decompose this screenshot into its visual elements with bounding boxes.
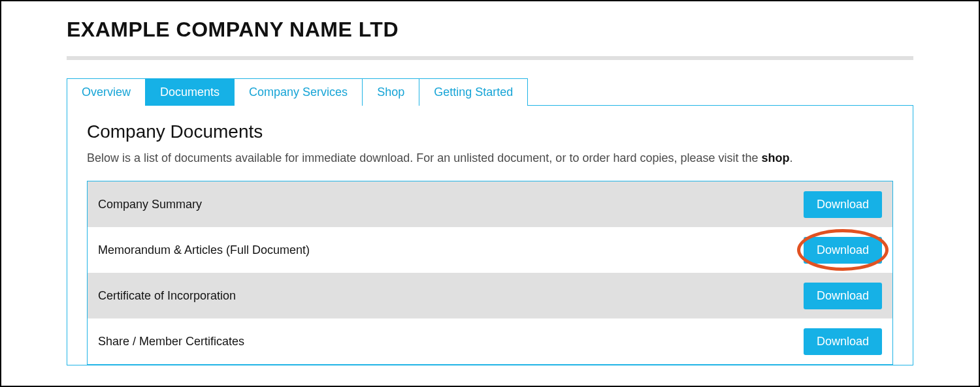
document-name: Certificate of Incorporation <box>98 289 236 303</box>
download-button[interactable]: Download <box>804 237 882 264</box>
download-wrap: Download <box>804 283 882 309</box>
download-wrap: Download <box>804 328 882 355</box>
table-row: Memorandum & Articles (Full Document) Do… <box>88 227 892 273</box>
download-button[interactable]: Download <box>804 191 882 218</box>
tab-shop[interactable]: Shop <box>362 78 419 106</box>
tab-documents[interactable]: Documents <box>145 78 235 106</box>
download-wrap: Download <box>804 237 882 264</box>
table-row: Company Summary Download <box>88 181 892 227</box>
shop-link[interactable]: shop <box>762 151 790 164</box>
panel-description: Below is a list of documents available f… <box>87 151 893 165</box>
panel-title: Company Documents <box>87 121 893 142</box>
documents-table: Company Summary Download Memorandum & Ar… <box>87 181 893 365</box>
table-row: Certificate of Incorporation Download <box>88 273 892 318</box>
document-name: Memorandum & Articles (Full Document) <box>98 243 310 257</box>
panel-desc-suffix: . <box>790 151 793 164</box>
divider <box>67 56 913 60</box>
panel-desc-prefix: Below is a list of documents available f… <box>87 151 762 164</box>
tab-company-services[interactable]: Company Services <box>234 78 363 106</box>
download-button[interactable]: Download <box>804 283 882 309</box>
download-wrap: Download <box>804 191 882 218</box>
tab-getting-started[interactable]: Getting Started <box>419 78 528 106</box>
tabs-row: Overview Documents Company Services Shop… <box>67 78 913 106</box>
document-name: Company Summary <box>98 198 202 211</box>
document-name: Share / Member Certificates <box>98 335 244 348</box>
tab-overview[interactable]: Overview <box>67 78 146 106</box>
company-title: EXAMPLE COMPANY NAME LTD <box>67 18 913 42</box>
download-button[interactable]: Download <box>804 328 882 355</box>
documents-panel: Company Documents Below is a list of doc… <box>67 105 913 365</box>
table-row: Share / Member Certificates Download <box>88 318 892 364</box>
